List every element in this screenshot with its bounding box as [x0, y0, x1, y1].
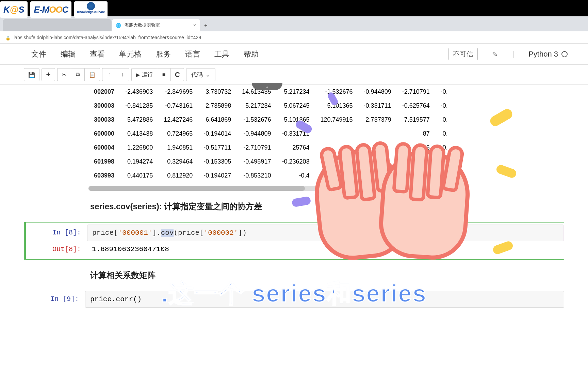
out-prompt-8: Out[8]: [26, 241, 87, 257]
table-cell: 25764 [276, 141, 315, 155]
output-collapse-handle[interactable] [252, 83, 282, 90]
menu-help[interactable]: 帮助 [244, 49, 259, 59]
table-cell: 5.472886 [120, 113, 158, 127]
table-cell: -0.4 [276, 169, 315, 183]
menu-file[interactable]: 文件 [31, 49, 46, 59]
table-cell: -0.944809 [358, 85, 397, 99]
table-cell: 1.940851 [158, 141, 198, 155]
table-cell: -1.532676 [315, 85, 358, 99]
table-cell: -0.236203 [276, 155, 315, 169]
table-cell: 6.641869 [198, 113, 236, 127]
tab-close-icon[interactable]: × [193, 22, 196, 28]
table-cell: 0.329464 [158, 155, 198, 169]
copy-button[interactable]: ⧉ [71, 68, 84, 81]
in-prompt-9: In [9]: [24, 291, 85, 308]
menu-tools[interactable]: 工具 [214, 49, 229, 59]
menu-language[interactable]: 语言 [185, 49, 200, 59]
menu-cell[interactable]: 单元格 [119, 49, 142, 59]
run-button[interactable]: ▶ 运行 [131, 68, 157, 81]
menu-kernel[interactable]: 服务 [156, 49, 171, 59]
scrollbar-thumb[interactable] [88, 186, 305, 191]
row-header: 600000 [88, 127, 120, 141]
kernel-indicator[interactable]: Python 3 [528, 50, 568, 59]
tab-title: 海豚大数据实验室 [125, 22, 160, 28]
row-header: 600004 [88, 141, 120, 155]
celltype-select[interactable]: 代码 ⌄ [186, 68, 215, 81]
browser-tab-active[interactable]: 🌐 海豚大数据实验室 × [112, 19, 200, 31]
table-cell: 3.730732 [198, 85, 236, 99]
menu-view[interactable]: 查看 [90, 49, 105, 59]
subtitle-caption: .这一个 series和series [161, 277, 427, 310]
in-prompt-8: In [8]: [26, 225, 87, 241]
table-cell: -2.710791 [397, 85, 435, 99]
table-cell: -0.841285 [120, 99, 158, 113]
table-cell: 5.217234 [276, 85, 315, 99]
clapping-hands-sticker [312, 109, 489, 273]
url-text: labs.shufe.dolphin-labs.com/data-analysi… [14, 35, 201, 40]
notebook-toolbar: 💾 + ✂ ⧉ 📋 ↑ ↓ ▶ 运行 ■ C 代码 ⌄ [0, 65, 588, 85]
row-header: 603993 [88, 169, 120, 183]
lock-icon [5, 35, 10, 40]
table-cell: -2.849695 [158, 85, 198, 99]
move-down-button[interactable]: ↓ [116, 68, 129, 81]
table-cell: 2.735898 [198, 99, 236, 113]
table-cell: -0.853210 [236, 169, 276, 183]
table-cell: 1.226800 [120, 141, 158, 155]
restart-button[interactable]: C [170, 68, 184, 81]
table-cell: 12.427246 [158, 113, 198, 127]
kernel-status-icon [561, 51, 568, 57]
browser-tab-inactive[interactable] [3, 19, 112, 31]
row-header: 300003 [88, 99, 120, 113]
trust-indicator[interactable]: 不可信 [448, 48, 478, 60]
table-cell: 5.067245 [276, 99, 315, 113]
table-cell: -0.517711 [198, 141, 236, 155]
table-cell: -0.743161 [158, 99, 198, 113]
table-cell: -0.194014 [198, 127, 236, 141]
table-cell: 0.413438 [120, 127, 158, 141]
table-cell: -0. [435, 85, 453, 99]
stop-button[interactable]: ■ [157, 68, 170, 81]
row-header: 002007 [88, 85, 120, 99]
tab-favicon: 🌐 [116, 23, 121, 28]
table-cell: 0.724965 [158, 127, 198, 141]
table-cell: -0.153305 [198, 155, 236, 169]
table-cell: -1.532676 [236, 113, 276, 127]
logo-emooc: E-MOOC [30, 1, 71, 18]
new-tab-button[interactable]: + [200, 20, 211, 31]
table-cell: -0.194027 [198, 169, 236, 183]
table-cell: 0.194274 [120, 155, 158, 169]
menu-edit[interactable]: 编辑 [61, 49, 76, 59]
notebook-menubar: 文件 编辑 查看 单元格 服务 语言 工具 帮助 不可信 ✎ | Python … [0, 44, 588, 65]
paste-button[interactable]: 📋 [84, 68, 100, 81]
cut-button[interactable]: ✂ [57, 68, 71, 81]
chevron-down-icon: ⌄ [206, 71, 210, 78]
row-header: 601998 [88, 155, 120, 169]
table-cell: -2.710791 [236, 141, 276, 155]
add-cell-button[interactable]: + [42, 68, 55, 81]
table-cell: -0.944809 [236, 127, 276, 141]
logo-kas: K@S [0, 1, 28, 18]
table-cell: -2.436903 [120, 85, 158, 99]
table-cell: -0.495917 [236, 155, 276, 169]
save-button[interactable]: 💾 [24, 68, 39, 81]
edit-icon[interactable]: ✎ [492, 50, 498, 58]
logo-knowledge-share: Knowledge@Share [74, 1, 108, 18]
table-cell: 0.812920 [158, 169, 198, 183]
address-bar[interactable]: labs.shufe.dolphin-labs.com/data-analysi… [0, 31, 588, 44]
row-header: 300033 [88, 113, 120, 127]
table-cell: 5.217234 [236, 99, 276, 113]
table-cell: 0.440175 [120, 169, 158, 183]
move-up-button[interactable]: ↑ [102, 68, 116, 81]
